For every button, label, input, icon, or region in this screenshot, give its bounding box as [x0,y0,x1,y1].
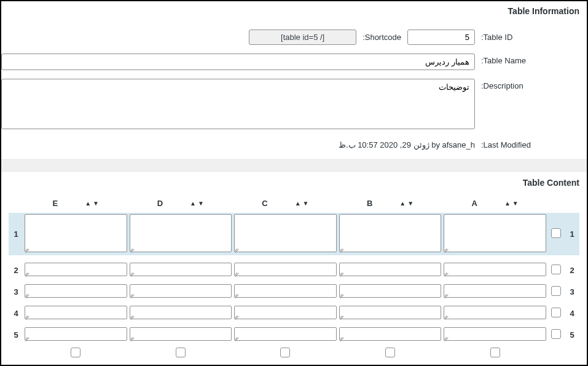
cell-input[interactable] [234,327,337,341]
row-number-right[interactable]: 2 [565,261,579,279]
table-name-label: :Table Name [481,54,579,65]
row-select-checkbox[interactable] [551,329,561,339]
cell-input[interactable] [130,327,232,341]
cell-input[interactable] [444,263,546,276]
cell-input[interactable] [25,306,127,319]
row-select-checkbox[interactable] [551,228,561,238]
sort-asc-icon[interactable]: ▲ [85,201,91,207]
table-name-input[interactable] [1,54,475,70]
sort-asc-icon[interactable]: ▲ [504,201,511,207]
sort-desc-icon[interactable]: ▼ [407,201,414,207]
sort-asc-icon[interactable]: ▲ [295,201,301,207]
sort-desc-icon[interactable]: ▼ [512,201,519,207]
col-select-checkbox[interactable] [280,348,290,357]
cell-input[interactable] [234,306,337,319]
shortcode-label: :Shortcode [363,33,401,42]
cell-input[interactable] [130,306,232,319]
col-header-C[interactable]: C ▲▼ [233,196,338,213]
cell-input[interactable] [444,306,546,319]
cell-input[interactable] [339,284,442,298]
col-select-checkbox[interactable] [71,348,80,357]
sort-asc-icon[interactable]: ▲ [190,201,196,207]
cell-input[interactable] [339,214,442,252]
row-select-checkbox[interactable] [551,286,561,296]
cell-input[interactable] [25,327,127,341]
table-row: 1 1 [9,213,579,255]
cell-input[interactable] [444,214,546,252]
row-number-right[interactable]: 5 [565,326,579,344]
cell-input[interactable] [130,284,232,298]
table-row: 4 4 [9,304,579,322]
column-select-row [9,344,579,363]
col-select-checkbox[interactable] [176,348,186,357]
row-number-right[interactable]: 4 [565,304,579,322]
sort-desc-icon[interactable]: ▼ [93,201,99,207]
cell-input[interactable] [234,263,337,276]
cell-input[interactable] [234,284,337,298]
row-select-checkbox[interactable] [551,265,561,274]
cell-input[interactable] [339,306,442,319]
info-section: :Shortcode :Table ID :Table Name :Descri… [1,21,587,159]
sort-asc-icon[interactable]: ▲ [399,201,406,207]
shortcode-input[interactable] [249,30,356,45]
description-label: :Description [481,79,579,90]
cell-input[interactable] [25,284,127,298]
col-header-A[interactable]: A ▲▼ [442,196,547,213]
cell-input[interactable] [339,327,442,341]
content-grid: E ▲▼ D ▲▼ C [9,196,579,363]
row-select-checkbox[interactable] [551,308,561,317]
cell-input[interactable] [444,284,546,298]
sort-desc-icon[interactable]: ▼ [198,201,204,207]
column-header-row: E ▲▼ D ▲▼ C [9,196,579,213]
col-header-D[interactable]: D ▲▼ [128,196,233,213]
row-number-left[interactable]: 4 [9,304,23,322]
table-id-label: :Table ID [481,33,579,42]
row-number-right[interactable]: 1 [565,213,579,255]
col-header-E[interactable]: E ▲▼ [23,196,128,213]
row-number-left[interactable]: 1 [9,213,23,255]
col-header-B[interactable]: B ▲▼ [338,196,443,213]
table-row: 3 3 [9,283,579,301]
cell-input[interactable] [444,327,546,341]
row-number-left[interactable]: 2 [9,261,23,279]
panel-separator [1,159,587,172]
row-number-left[interactable]: 5 [9,326,23,344]
cell-input[interactable] [130,263,232,276]
table-content-header: Table Content [1,172,587,196]
table-id-input[interactable] [407,30,475,45]
last-modified-label: :Last Modified [481,140,579,149]
sort-desc-icon[interactable]: ▼ [303,201,309,207]
col-select-checkbox[interactable] [490,348,500,357]
description-textarea[interactable] [1,79,475,129]
cell-input[interactable] [25,214,127,252]
cell-input[interactable] [25,263,127,276]
table-row: 5 5 [9,326,579,344]
col-select-checkbox[interactable] [385,348,395,357]
table-info-header: Table Information [1,1,587,21]
row-number-left[interactable]: 3 [9,283,23,301]
last-modified-value: ژوئن 29, 2020 10:57 ب.ظ by afsane_h [339,140,475,149]
cell-input[interactable] [234,214,337,252]
cell-input[interactable] [130,214,232,252]
row-number-right[interactable]: 3 [565,283,579,301]
table-row: 2 2 [9,261,579,279]
cell-input[interactable] [339,263,442,276]
